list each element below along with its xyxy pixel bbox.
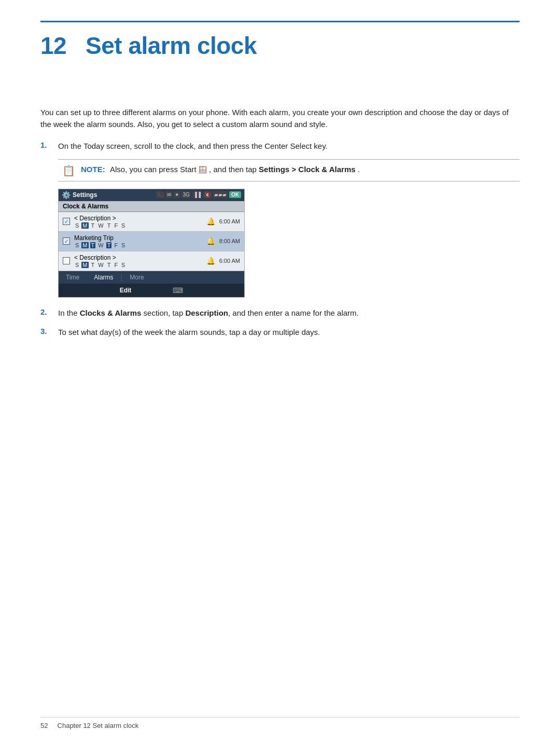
alarm-1-bell: 🔔	[206, 217, 215, 226]
footer-page-number: 52	[40, 722, 48, 729]
alarm-3-content: < Description > S M T W T F S	[74, 254, 202, 268]
phone-title-text: Settings	[73, 191, 97, 199]
step-2-bold1: Clocks & Alarms	[80, 308, 142, 317]
alarm-1-checkbox[interactable]: ✓	[63, 218, 70, 225]
phone-action-bar: Edit ⌨	[59, 284, 244, 297]
alarm-2-checkbox[interactable]: ✓	[63, 237, 70, 245]
phone-title-left: ⚙️ Settings	[62, 191, 97, 199]
tab-alarms[interactable]: Alarms	[87, 271, 120, 284]
battery-icon: ▰▰▰	[213, 191, 228, 198]
keyboard-icon[interactable]: ⌨	[173, 286, 183, 294]
page-footer: 52 Chapter 12 Set alarm clock	[40, 717, 520, 729]
note-text-suffix: , and then tap	[209, 165, 259, 174]
day-S3b: S	[120, 262, 126, 268]
step-2: 2. In the Clocks & Alarms section, tap D…	[40, 307, 520, 319]
day-W1: W	[97, 222, 104, 229]
alarm-2-time: 8:00 AM	[219, 238, 240, 244]
bluetooth-icon: ✦	[174, 191, 180, 198]
alarm-1-description: < Description >	[74, 215, 202, 222]
phone-screen: ⚙️ Settings 📞 ✉ ✦ 3G ▐▐ 🔇 ▰▰▰ OK Clock &…	[58, 189, 245, 298]
note-icon: 📋	[62, 164, 76, 177]
alarm-2-bell: 🔔	[206, 237, 215, 245]
day-T3b: T	[106, 262, 112, 268]
alarm-3-time: 6:00 AM	[219, 258, 240, 264]
day-F2: F	[113, 242, 119, 248]
phone-titlebar: ⚙️ Settings 📞 ✉ ✦ 3G ▐▐ 🔇 ▰▰▰ OK	[59, 189, 244, 201]
note-text-prefix: Also, you can press Start	[110, 165, 199, 174]
phone-nav: Time Alarms | More	[59, 271, 244, 284]
alarm-2-description: Marketing Trip	[74, 234, 202, 242]
start-icon: 🪟	[199, 166, 207, 174]
chapter-title: Set alarm clock	[86, 32, 257, 59]
chapter-heading: 12 Set alarm clock	[40, 32, 520, 60]
alarm-3-checkbox[interactable]	[63, 257, 70, 264]
alarm-row-3[interactable]: < Description > S M T W T F S 🔔 6:00 AM	[59, 251, 244, 271]
step-1: 1. On the Today screen, scroll to the cl…	[40, 140, 520, 152]
day-S2: S	[74, 242, 80, 248]
day-M2[interactable]: M	[81, 242, 88, 248]
tab-time[interactable]: Time	[59, 271, 87, 284]
step-3-text: To set what day(s) of the week the alarm…	[58, 326, 320, 338]
voicemail-icon: 📞	[156, 191, 164, 198]
step-1-number: 1.	[40, 140, 53, 149]
step-3: 3. To set what day(s) of the week the al…	[40, 326, 520, 338]
day-W2: W	[97, 242, 104, 248]
alarm-1-days: S M T W T F S	[74, 222, 202, 229]
step-2-text: In the Clocks & Alarms section, tap Desc…	[58, 307, 359, 319]
chapter-number: 12	[40, 32, 66, 59]
day-T2b[interactable]: T	[106, 242, 112, 248]
note-text: NOTE: Also, you can press Start 🪟 , and …	[81, 164, 360, 176]
day-S3: S	[74, 262, 80, 268]
day-T2[interactable]: T	[90, 242, 96, 248]
bars-icon: ▐▐	[192, 191, 202, 198]
day-M1[interactable]: M	[81, 222, 88, 229]
day-T1b: T	[106, 222, 112, 229]
day-S1b: S	[120, 222, 126, 229]
alarm-3-bell: 🔔	[206, 257, 215, 265]
top-rule	[40, 21, 520, 22]
day-T3: T	[90, 262, 96, 268]
alarm-1-content: < Description > S M T W T F S	[74, 215, 202, 229]
alarm-row-1[interactable]: ✓ < Description > S M T W T F S 🔔 6:00 A…	[59, 212, 244, 232]
step-3-number: 3.	[40, 326, 53, 335]
phone-status-icons: 📞 ✉ ✦ 3G ▐▐ 🔇 ▰▰▰ OK	[156, 191, 241, 198]
ok-button[interactable]: OK	[229, 191, 241, 198]
day-S2b: S	[120, 242, 126, 248]
intro-text: You can set up to three different alarms…	[40, 106, 520, 131]
day-W3: W	[97, 262, 104, 268]
step-1-text: On the Today screen, scroll to the clock…	[58, 140, 328, 152]
phone-section-header: Clock & Alarms	[59, 201, 244, 212]
day-S1: S	[74, 222, 80, 229]
day-F3: F	[113, 262, 119, 268]
footer-text: Chapter 12 Set alarm clock	[58, 722, 139, 729]
note-label: NOTE:	[81, 165, 105, 174]
alarm-2-content: Marketing Trip S M T W T F S	[74, 234, 202, 248]
note-text-end: .	[358, 165, 360, 174]
day-F1: F	[113, 222, 119, 229]
alarm-3-days: S M T W T F S	[74, 262, 202, 268]
day-M3[interactable]: M	[81, 262, 88, 268]
alarm-3-description: < Description >	[74, 254, 202, 261]
step-2-number: 2.	[40, 307, 53, 316]
volume-icon: 🔇	[203, 191, 212, 198]
alarm-1-time: 6:00 AM	[219, 218, 240, 224]
step-2-bold2: Description	[185, 308, 228, 317]
note-bold: Settings > Clock & Alarms	[259, 165, 356, 174]
settings-app-icon: ⚙️	[62, 191, 71, 199]
message-icon: ✉	[166, 191, 172, 198]
page-wrapper: 12 Set alarm clock You can set up to thr…	[0, 0, 560, 745]
note-box: 📋 NOTE: Also, you can press Start 🪟 , an…	[58, 159, 520, 181]
signal-icon: 3G	[181, 191, 190, 198]
edit-button[interactable]: Edit	[120, 287, 132, 294]
tab-more[interactable]: More	[122, 271, 151, 284]
alarm-row-2[interactable]: ✓ Marketing Trip S M T W T F S 🔔 8:00 AM	[59, 232, 244, 251]
alarm-2-days: S M T W T F S	[74, 242, 202, 248]
day-T1: T	[90, 222, 96, 229]
